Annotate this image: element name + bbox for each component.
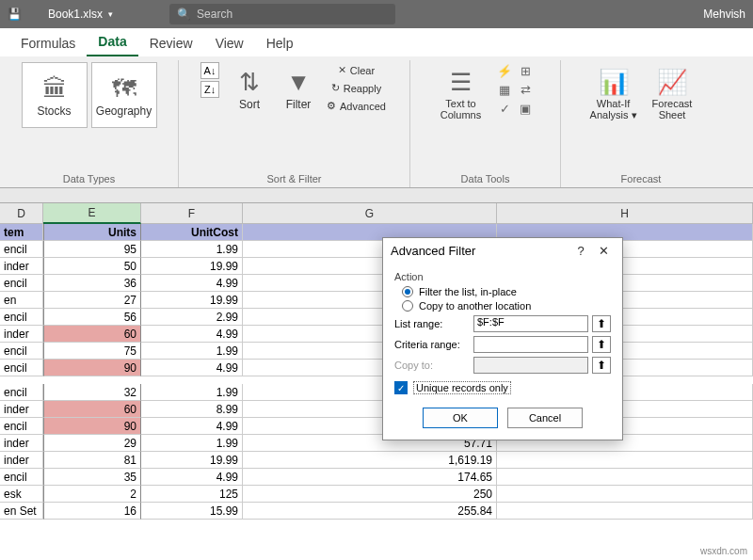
- cell-unitcost[interactable]: 4.99: [141, 469, 243, 486]
- cell-item[interactable]: encil: [0, 309, 43, 326]
- help-button[interactable]: ?: [569, 244, 592, 258]
- cell-units[interactable]: 81: [43, 452, 141, 469]
- cell-units[interactable]: 27: [43, 292, 141, 309]
- cell-item[interactable]: inder: [0, 435, 43, 452]
- cell-item[interactable]: encil: [0, 384, 43, 401]
- cell-unitcost[interactable]: 4.99: [141, 418, 243, 435]
- list-range-input[interactable]: $F:$F: [473, 315, 588, 332]
- cell-item[interactable]: encil: [0, 275, 43, 292]
- text-to-columns-button[interactable]: ☰ Text toColumns: [435, 62, 487, 124]
- reapply-button[interactable]: ↻Reapply: [325, 80, 388, 96]
- cell-unitcost[interactable]: 2.99: [141, 309, 243, 326]
- flash-fill-icon[interactable]: ⚡: [494, 62, 515, 79]
- col-header-g[interactable]: G: [243, 203, 497, 224]
- spreadsheet-grid[interactable]: D E F G H tem Units UnitCost encil 95 1.…: [0, 203, 753, 560]
- cell-unitcost[interactable]: 19.99: [141, 292, 243, 309]
- cell-unitcost[interactable]: 4.99: [141, 275, 243, 292]
- cell-units[interactable]: 32: [43, 384, 141, 401]
- col-header-d[interactable]: D: [0, 203, 43, 224]
- cell-unitcost[interactable]: 1.99: [141, 384, 243, 401]
- cell-total[interactable]: 174.65: [243, 469, 497, 486]
- cell-item[interactable]: inder: [0, 401, 43, 418]
- cell-item[interactable]: encil: [0, 469, 43, 486]
- save-icon[interactable]: 💾: [8, 8, 22, 21]
- cell-unitcost[interactable]: 8.99: [141, 401, 243, 418]
- cell-units[interactable]: 2: [43, 486, 141, 503]
- header-units[interactable]: Units: [43, 224, 141, 241]
- cell-units[interactable]: 35: [43, 469, 141, 486]
- search-box[interactable]: 🔍 Search: [169, 4, 395, 24]
- cell-units[interactable]: 90: [43, 418, 141, 435]
- cell-item[interactable]: inder: [0, 258, 43, 275]
- col-header-f[interactable]: F: [141, 203, 243, 224]
- cell-item[interactable]: en Set: [0, 503, 43, 520]
- unique-records-checkbox[interactable]: ✓ Unique records only: [394, 381, 611, 394]
- relationships-icon[interactable]: ⇄: [515, 81, 536, 98]
- criteria-range-input[interactable]: [473, 336, 588, 353]
- cell-units[interactable]: 16: [43, 503, 141, 520]
- cell-empty[interactable]: [497, 486, 753, 503]
- cell-units[interactable]: 60: [43, 401, 141, 418]
- col-header-h[interactable]: H: [497, 203, 753, 224]
- forecast-sheet-button[interactable]: 📈 ForecastSheet: [647, 62, 698, 124]
- cell-unitcost[interactable]: 4.99: [141, 326, 243, 343]
- data-validation-icon[interactable]: ✓: [494, 100, 515, 117]
- chevron-down-icon[interactable]: ▾: [108, 9, 113, 19]
- cell-units[interactable]: 29: [43, 435, 141, 452]
- cell-item[interactable]: encil: [0, 360, 43, 376]
- sort-desc-button[interactable]: Z↓: [200, 81, 219, 98]
- tab-review[interactable]: Review: [138, 30, 204, 56]
- cell-unitcost[interactable]: 1.99: [141, 343, 243, 360]
- radio-copy-location[interactable]: Copy to another location: [402, 300, 611, 312]
- data-model-icon[interactable]: ▣: [515, 100, 536, 117]
- header-item[interactable]: tem: [0, 224, 43, 241]
- cell-total[interactable]: 255.84: [243, 503, 497, 520]
- geography-button[interactable]: 🗺 Geography: [91, 62, 157, 128]
- cell-item[interactable]: encil: [0, 241, 43, 258]
- cell-units[interactable]: 50: [43, 258, 141, 275]
- cell-unitcost[interactable]: 19.99: [141, 258, 243, 275]
- cell-units[interactable]: 90: [43, 360, 141, 376]
- remove-duplicates-icon[interactable]: ▦: [494, 81, 515, 98]
- consolidate-icon[interactable]: ⊞: [515, 62, 536, 79]
- cell-item[interactable]: esk: [0, 486, 43, 503]
- col-header-e[interactable]: E: [43, 203, 141, 224]
- cell-units[interactable]: 95: [43, 241, 141, 258]
- cell-units[interactable]: 56: [43, 309, 141, 326]
- what-if-button[interactable]: 📊 What-IfAnalysis ▾: [585, 62, 643, 124]
- tab-help[interactable]: Help: [255, 30, 305, 56]
- range-picker-icon[interactable]: ⬆: [592, 315, 611, 332]
- sort-asc-button[interactable]: A↓: [200, 62, 219, 79]
- radio-filter-inplace[interactable]: Filter the list, in-place: [402, 286, 611, 297]
- user-name[interactable]: Mehvish: [703, 8, 745, 21]
- range-picker-icon[interactable]: ⬆: [592, 336, 611, 353]
- header-unitcost[interactable]: UnitCost: [141, 224, 243, 241]
- cell-unitcost[interactable]: 125: [141, 486, 243, 503]
- clear-button[interactable]: ⨯Clear: [325, 62, 388, 78]
- cell-unitcost[interactable]: 1.99: [141, 241, 243, 258]
- filter-button[interactable]: ▼ Filter: [276, 62, 321, 115]
- cell-item[interactable]: encil: [0, 418, 43, 435]
- tab-formulas[interactable]: Formulas: [9, 30, 87, 56]
- tab-view[interactable]: View: [204, 30, 255, 56]
- cell-unitcost[interactable]: 15.99: [141, 503, 243, 520]
- cell-units[interactable]: 60: [43, 326, 141, 343]
- cell-empty[interactable]: [497, 469, 753, 486]
- range-picker-icon[interactable]: ⬆: [592, 357, 611, 374]
- cell-empty[interactable]: [497, 452, 753, 469]
- cell-unitcost[interactable]: 4.99: [141, 360, 243, 376]
- cell-item[interactable]: encil: [0, 343, 43, 360]
- cancel-button[interactable]: Cancel: [507, 408, 583, 428]
- cell-unitcost[interactable]: 1.99: [141, 435, 243, 452]
- cell-units[interactable]: 75: [43, 343, 141, 360]
- cell-item[interactable]: en: [0, 292, 43, 309]
- cell-item[interactable]: inder: [0, 326, 43, 343]
- sort-button[interactable]: ⇅ Sort: [227, 62, 272, 115]
- tab-data[interactable]: Data: [87, 28, 137, 56]
- stocks-button[interactable]: 🏛 Stocks: [22, 62, 88, 128]
- cell-total[interactable]: 1,619.19: [243, 452, 497, 469]
- cell-empty[interactable]: [497, 503, 753, 520]
- close-button[interactable]: ✕: [592, 244, 615, 258]
- cell-item[interactable]: inder: [0, 452, 43, 469]
- ok-button[interactable]: OK: [423, 408, 498, 428]
